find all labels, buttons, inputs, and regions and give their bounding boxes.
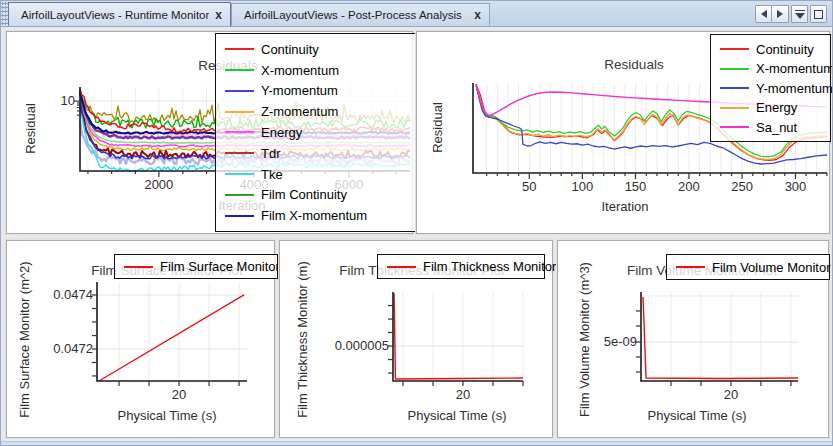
window-bottom-edge	[1, 441, 832, 445]
legend-label: Sa_nut	[756, 120, 797, 135]
legend-line-swatch	[225, 90, 254, 92]
right-arrow-icon	[777, 10, 783, 18]
legend-line-swatch	[720, 48, 749, 50]
legend-label: Film Surface Monitor	[160, 259, 280, 274]
scroll-tabs-right-button[interactable]	[772, 5, 789, 23]
legend-label: Y-momentum	[756, 81, 833, 96]
legend-line-swatch	[225, 48, 254, 50]
legend-line-swatch	[676, 266, 705, 268]
legend-label: Tdr	[261, 146, 281, 161]
legend-entry: Energy	[711, 100, 830, 115]
legend-entry: Continuity	[711, 42, 830, 57]
x-tick-label: 20	[172, 387, 186, 402]
legend-label: X-momentum	[261, 63, 339, 78]
maximize-icon	[814, 10, 823, 19]
legend-entry: Y-momentum	[216, 83, 416, 98]
tab-label: AirfoilLayoutViews - Post-Process Analys…	[244, 9, 468, 21]
tab-runtime-monitoring[interactable]: AirfoilLayoutViews - Runtime Monitoring …	[8, 2, 231, 26]
x-tick-label: 200	[678, 179, 700, 194]
y-tick-label: 5e-09	[558, 334, 637, 349]
legend-label: Continuity	[261, 42, 319, 57]
x-axis-label: Physical Time (s)	[648, 408, 747, 423]
x-tick-label: 50	[522, 179, 536, 194]
x-axis-label: Physical Time (s)	[408, 408, 507, 423]
plot-legend[interactable]: ContinuityX-momentumY-momentumZ-momentum…	[215, 33, 417, 232]
legend-line-swatch	[720, 126, 749, 128]
panel-film-thickness-monitor[interactable]: Film Thickness Monitor Plot200.000005Phy…	[279, 240, 553, 438]
legend-line-swatch	[720, 107, 749, 109]
legend-entry: Y-momentum	[711, 81, 830, 96]
panel-film-volume-monitor[interactable]: Film Volume Monitor Plot205e-09Physical …	[557, 240, 829, 438]
tab-close-icon[interactable]: x	[474, 9, 481, 21]
legend-label: Y-momentum	[261, 83, 338, 98]
legend-line-swatch	[124, 266, 153, 268]
legend-entry: Film Surface Monitor	[115, 259, 277, 274]
x-tick-label: 100	[572, 179, 594, 194]
legend-line-swatch	[225, 173, 254, 175]
plot-legend[interactable]: Film Surface Monitor	[114, 254, 278, 279]
legend-entry: Z-momentum	[216, 104, 416, 119]
legend-label: Film X-momentum	[261, 208, 367, 223]
legend-entry: Tdr	[216, 146, 416, 161]
tab-bar-grip[interactable]	[1, 2, 8, 26]
x-tick-label: 2000	[144, 177, 173, 192]
document-window: AirfoilLayoutViews - Runtime Monitoring …	[0, 0, 833, 446]
legend-label: Film Volume Monitor	[712, 260, 830, 275]
y-axis-label: Residual	[23, 39, 38, 219]
legend-line-swatch	[387, 266, 416, 268]
panel-residuals-left[interactable]: Residuals20004000600010IterationResidual…	[6, 31, 413, 234]
legend-label: Z-momentum	[261, 104, 338, 119]
legend-label: Film Thickness Monitor	[423, 259, 556, 274]
legend-label: Tke	[261, 167, 283, 182]
plot-legend[interactable]: Film Thickness Monitor	[377, 254, 545, 279]
x-axis-label: Iteration	[602, 199, 649, 214]
tab-label: AirfoilLayoutViews - Runtime Monitoring	[21, 9, 209, 21]
maximize-button[interactable]	[810, 5, 827, 23]
x-tick-label: 150	[625, 179, 647, 194]
legend-line-swatch	[225, 194, 254, 196]
legend-entry: Film Continuity	[216, 187, 416, 202]
tab-bar: AirfoilLayoutViews - Runtime Monitoring …	[1, 1, 832, 27]
plot-legend[interactable]: ContinuityX-momentumY-momentumEnergySa_n…	[710, 34, 831, 142]
panel-residuals-right[interactable]: Residuals50100150200250300IterationResid…	[416, 31, 830, 234]
legend-entry: Film Volume Monitor	[667, 260, 829, 275]
tab-list-dropdown-button[interactable]	[791, 5, 808, 23]
panel-film-surface-monitor[interactable]: Film Surface Monitor Plot200.04740.0472P…	[6, 240, 275, 438]
legend-line-swatch	[225, 69, 254, 71]
legend-entry: Film Thickness Monitor	[378, 259, 544, 274]
legend-label: Continuity	[756, 42, 814, 57]
legend-entry: Tke	[216, 167, 416, 182]
legend-entry: Film X-momentum	[216, 208, 416, 223]
legend-line-swatch	[225, 215, 254, 217]
legend-entry: Sa_nut	[711, 120, 830, 135]
tab-controls	[753, 5, 827, 23]
x-axis-label: Physical Time (s)	[118, 408, 217, 423]
legend-line-swatch	[720, 68, 749, 70]
legend-line-swatch	[225, 111, 254, 113]
legend-line-swatch	[720, 87, 749, 89]
plot-legend[interactable]: Film Volume Monitor	[666, 254, 830, 280]
legend-entry: X-momentum	[711, 61, 830, 76]
legend-label: Energy	[756, 100, 797, 115]
y-axis-label: Film Surface Monitor (m^2)	[17, 250, 32, 430]
y-tick-label: 10	[7, 93, 75, 108]
x-tick-label: 20	[724, 387, 738, 402]
legend-label: X-momentum	[756, 61, 833, 76]
plot-title: Residuals	[604, 57, 663, 72]
x-tick-label: 250	[731, 179, 753, 194]
dropdown-arrow-icon	[795, 10, 805, 19]
y-axis-label: Residual	[430, 38, 445, 218]
legend-line-swatch	[225, 131, 254, 133]
y-axis-label: Film Thickness Monitor (m)	[295, 250, 310, 430]
legend-line-swatch	[225, 152, 254, 154]
scroll-tabs-left-button[interactable]	[755, 5, 772, 23]
legend-label: Energy	[261, 125, 302, 140]
tab-close-icon[interactable]: x	[215, 9, 222, 21]
x-tick-label: 20	[456, 387, 470, 402]
legend-entry: Continuity	[216, 42, 416, 57]
x-tick-label: 300	[785, 179, 807, 194]
legend-entry: Energy	[216, 125, 416, 140]
y-axis-label: Film Volume Monitor (m^3)	[577, 250, 592, 430]
tab-post-process-analysis[interactable]: AirfoilLayoutViews - Post-Process Analys…	[231, 3, 490, 26]
legend-entry: X-momentum	[216, 63, 416, 78]
